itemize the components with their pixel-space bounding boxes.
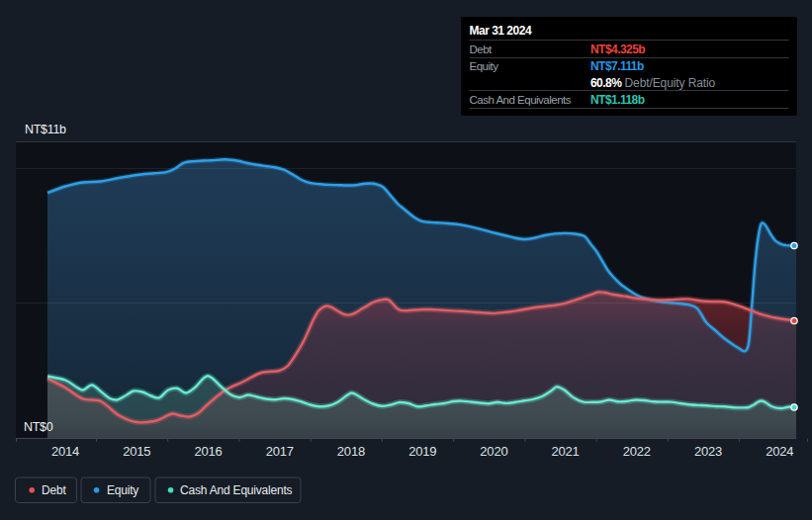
svg-text:60.8% Debt/Equity Ratio: 60.8% Debt/Equity Ratio <box>590 76 716 90</box>
svg-text:Equity: Equity <box>470 60 499 72</box>
svg-text:2018: 2018 <box>337 444 365 459</box>
svg-text:2021: 2021 <box>552 444 580 459</box>
svg-text:2017: 2017 <box>266 444 294 459</box>
svg-text:2014: 2014 <box>51 444 79 459</box>
svg-text:2024: 2024 <box>766 444 793 459</box>
svg-text:NT$7.111b: NT$7.111b <box>590 59 644 73</box>
svg-text:NT$1.118b: NT$1.118b <box>590 93 645 107</box>
svg-text:Debt: Debt <box>470 43 494 55</box>
svg-text:2022: 2022 <box>623 444 651 459</box>
svg-text:NT$4.325b: NT$4.325b <box>590 43 645 56</box>
svg-text:2020: 2020 <box>480 444 507 459</box>
svg-text:Mar 31 2024: Mar 31 2024 <box>470 24 532 38</box>
svg-text:2019: 2019 <box>408 444 436 459</box>
svg-text:Debt: Debt <box>42 483 66 497</box>
svg-text:NT$0: NT$0 <box>24 420 53 434</box>
svg-text:Cash And Equivalents: Cash And Equivalents <box>180 483 293 497</box>
svg-text:Cash And Equivalents: Cash And Equivalents <box>470 94 572 106</box>
svg-text:Equity: Equity <box>107 483 138 497</box>
svg-text:2015: 2015 <box>123 444 150 459</box>
svg-text:NT$11b: NT$11b <box>25 123 66 136</box>
svg-text:2023: 2023 <box>694 444 722 459</box>
svg-text:2016: 2016 <box>194 444 222 459</box>
